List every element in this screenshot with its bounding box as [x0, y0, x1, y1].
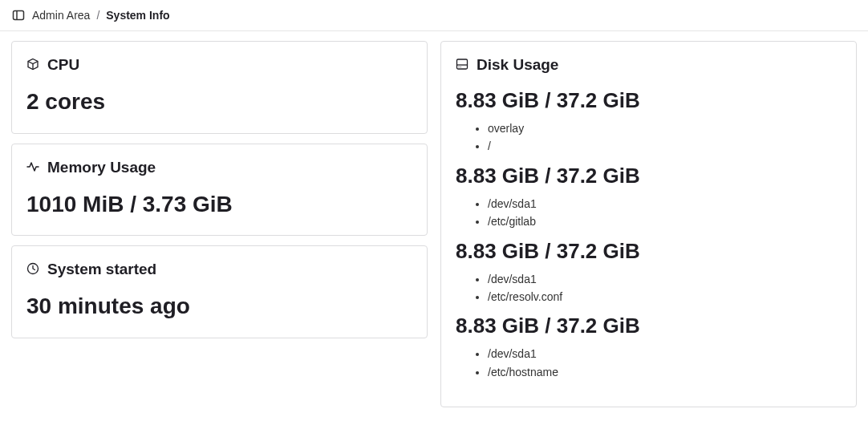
activity-icon — [26, 160, 41, 175]
svg-rect-0 — [14, 11, 24, 20]
right-column: Disk Usage 8.83 GiB / 37.2 GiBoverlay/8.… — [440, 41, 857, 407]
disk-mount-list: overlay/ — [456, 119, 842, 156]
breadcrumb-separator: / — [96, 9, 99, 22]
memory-title-text: Memory Usage — [47, 159, 156, 176]
disk-mount-list: /dev/sda1/etc/hostname — [456, 345, 842, 381]
disk-mount-list: /dev/sda1/etc/gitlab — [456, 195, 842, 231]
disk-entry: 8.83 GiB / 37.2 GiB/dev/sda1/etc/hostnam… — [456, 314, 842, 381]
disk-entries: 8.83 GiB / 37.2 GiBoverlay/8.83 GiB / 37… — [456, 88, 842, 381]
disk-mount-item: /etc/resolv.conf — [488, 288, 842, 306]
cpu-card-title: CPU — [26, 56, 412, 74]
cpu-value: 2 cores — [26, 88, 412, 115]
cpu-title-text: CPU — [47, 56, 79, 74]
sidebar-toggle-icon[interactable] — [11, 8, 26, 22]
uptime-title-text: System started — [47, 261, 156, 278]
disk-entry: 8.83 GiB / 37.2 GiBoverlay/ — [456, 88, 842, 156]
clock-icon — [26, 262, 41, 277]
svg-point-5 — [458, 67, 459, 67]
disk-card-title: Disk Usage — [456, 56, 842, 74]
uptime-value: 30 minutes ago — [26, 293, 412, 320]
disk-card: Disk Usage 8.83 GiB / 37.2 GiBoverlay/8.… — [440, 41, 857, 407]
disk-mount-item: /dev/sda1 — [488, 345, 842, 362]
memory-card-title: Memory Usage — [26, 159, 412, 176]
disk-icon — [456, 58, 470, 72]
disk-mount-item: overlay — [488, 119, 842, 137]
left-column: CPU 2 cores Memory Usage 1010 MiB / 3.73… — [11, 41, 428, 407]
disk-usage-value: 8.83 GiB / 37.2 GiB — [456, 88, 842, 113]
disk-title-text: Disk Usage — [477, 56, 558, 74]
svg-rect-3 — [457, 59, 468, 69]
breadcrumb-admin-area[interactable]: Admin Area — [32, 9, 90, 22]
cpu-card: CPU 2 cores — [11, 41, 428, 134]
memory-value: 1010 MiB / 3.73 GiB — [26, 191, 412, 218]
disk-mount-item: /etc/gitlab — [488, 212, 842, 230]
svg-point-6 — [460, 67, 461, 67]
disk-usage-value: 8.83 GiB / 37.2 GiB — [456, 314, 842, 338]
breadcrumb-current: System Info — [106, 9, 169, 22]
disk-usage-value: 8.83 GiB / 37.2 GiB — [456, 164, 842, 188]
disk-entry: 8.83 GiB / 37.2 GiB/dev/sda1/etc/gitlab — [456, 164, 842, 231]
topbar: Admin Area / System Info — [0, 0, 868, 31]
memory-card: Memory Usage 1010 MiB / 3.73 GiB — [11, 144, 428, 237]
uptime-card: System started 30 minutes ago — [11, 245, 428, 338]
disk-mount-item: /etc/hostname — [488, 363, 842, 381]
disk-entry: 8.83 GiB / 37.2 GiB/dev/sda1/etc/resolv.… — [456, 239, 842, 306]
content: CPU 2 cores Memory Usage 1010 MiB / 3.73… — [0, 31, 868, 417]
disk-mount-item: /dev/sda1 — [488, 270, 842, 288]
disk-mount-item: / — [488, 137, 842, 155]
disk-mount-list: /dev/sda1/etc/resolv.conf — [456, 270, 842, 306]
cube-icon — [26, 58, 41, 72]
disk-usage-value: 8.83 GiB / 37.2 GiB — [456, 239, 842, 264]
disk-mount-item: /dev/sda1 — [488, 195, 842, 212]
breadcrumb: Admin Area / System Info — [32, 9, 170, 22]
uptime-card-title: System started — [26, 261, 412, 278]
